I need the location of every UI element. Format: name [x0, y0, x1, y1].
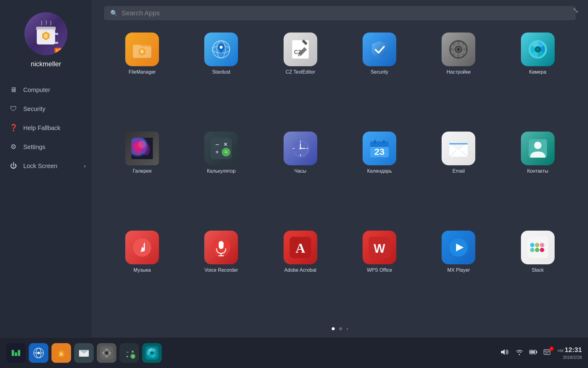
wpsoffice-svg: W [369, 237, 390, 258]
svg-rect-85 [530, 248, 534, 252]
app-icon-stardust [204, 33, 238, 66]
app-icon-voicerecorder [204, 231, 238, 264]
volume-icon[interactable] [500, 348, 510, 358]
search-input[interactable] [122, 9, 570, 17]
shield-icon: 🛡 [9, 105, 18, 113]
app-label-nastroyki: Настройки [447, 69, 470, 75]
wifi-icon[interactable] [515, 348, 524, 358]
app-icon-email [442, 132, 475, 165]
computer-icon: 🖥 [9, 86, 18, 94]
app-icon-acrobat: A [284, 231, 317, 264]
search-icon: 🔍 [110, 10, 118, 17]
taskbar-icon-camera[interactable] [142, 343, 162, 363]
taskbar-icon-parrot[interactable] [6, 343, 26, 363]
app-label-clock: Часы [294, 168, 306, 174]
app-icon-security [363, 33, 396, 66]
time-block: AM 12:31 2016/2/28 [557, 346, 582, 360]
app-item-contacts[interactable]: Контакты [500, 128, 576, 221]
wifi-svg [515, 348, 524, 356]
date-display: 2016/2/28 [557, 355, 582, 360]
notification-icon[interactable]: ! [543, 348, 552, 358]
sidebar-nav: 🖥 Computer 🛡 Security ❓ Help Fallback ⚙ … [0, 80, 92, 175]
taskbar-icon-browser[interactable] [29, 343, 48, 363]
svg-rect-112 [106, 348, 107, 351]
app-item-security[interactable]: Security [341, 29, 417, 122]
app-item-camera[interactable]: Камера [500, 29, 576, 122]
svg-text:23: 23 [374, 147, 384, 157]
svg-point-39 [138, 141, 146, 148]
svg-text:✕: ✕ [131, 350, 134, 354]
pagination-next-icon[interactable]: › [346, 325, 348, 332]
sidebar-label-settings: Settings [23, 144, 45, 151]
svg-rect-129 [536, 351, 537, 353]
taskbar-icon-email[interactable] [74, 343, 94, 363]
svg-rect-87 [540, 248, 544, 252]
app-item-calendar[interactable]: 23 Календарь [341, 128, 417, 221]
app-item-mxplayer[interactable]: MX Player [420, 228, 496, 320]
sidebar-item-help[interactable]: ❓ Help Fallback [0, 118, 92, 137]
svg-text:CZ: CZ [294, 49, 301, 55]
app-grid: B FileManager [104, 29, 576, 320]
email-tb-icon [77, 346, 91, 360]
notification-badge: ! [549, 347, 554, 351]
app-item-nastroyki[interactable]: Настройки [420, 29, 496, 122]
svg-text:B: B [141, 49, 144, 54]
sidebar-item-lockscreen[interactable]: ⏻ Lock Screen › [0, 156, 92, 175]
mxplayer-svg [448, 237, 469, 258]
sidebar-item-computer[interactable]: 🖥 Computer [0, 80, 92, 99]
svg-rect-89 [535, 243, 539, 247]
app-item-acrobat[interactable]: A Adobe Acrobat [262, 228, 338, 320]
email-svg [448, 138, 469, 159]
svg-text:✕: ✕ [223, 141, 228, 148]
app-item-slack[interactable]: Slack [500, 228, 576, 320]
app-item-filemanager[interactable]: B FileManager [104, 29, 180, 122]
taskbar-apps: B [6, 343, 500, 363]
sidebar-item-settings[interactable]: ⚙ Settings [0, 137, 92, 156]
app-item-wpsoffice[interactable]: W WPS Office [341, 228, 417, 320]
collapse-icon[interactable]: ⤡ [573, 6, 579, 15]
taskbar-icon-calculator[interactable]: − ✕ + = [119, 343, 139, 363]
svg-point-127 [519, 354, 520, 355]
app-label-email: Email [452, 168, 465, 174]
lite-badge: LITE [55, 48, 65, 53]
svg-rect-72 [219, 241, 224, 249]
sidebar-label-help: Help Fallback [23, 125, 60, 132]
app-item-clock[interactable]: Часы [262, 128, 338, 221]
pagination-dot-1[interactable] [332, 327, 335, 330]
svg-point-11 [220, 46, 223, 49]
power-icon: ⏻ [9, 162, 18, 170]
filemanager-svg: B [131, 39, 153, 60]
sidebar-label-computer: Computer [23, 86, 50, 94]
calculator-tb-icon: − ✕ + = [123, 346, 136, 360]
svg-point-54 [300, 148, 301, 149]
settings-tb-icon [100, 346, 113, 360]
svg-point-111 [106, 352, 107, 354]
avatar[interactable]: B LITE [24, 12, 67, 55]
svg-text:=: = [132, 354, 134, 358]
taskbar-icon-settings[interactable] [97, 343, 116, 363]
gallery-svg [131, 138, 153, 159]
parrot-icon [9, 346, 23, 360]
gear-icon: ⚙ [9, 143, 18, 151]
pagination-dot-2[interactable] [339, 327, 342, 330]
app-item-voicerecorder[interactable]: Voice Recorder [183, 228, 259, 320]
app-item-stardust[interactable]: Stardust [183, 29, 259, 122]
app-label-gallery: Галерея [133, 168, 151, 174]
taskbar-icon-filemanager[interactable]: B [51, 343, 71, 363]
svg-text:−: − [215, 141, 219, 148]
battery-icon[interactable] [529, 348, 538, 358]
app-label-acrobat: Adobe Acrobat [284, 267, 316, 273]
sidebar-item-security[interactable]: 🛡 Security [0, 99, 92, 118]
app-item-gallery[interactable]: Галерея [104, 128, 180, 221]
app-item-cztexteditor[interactable]: CZ CZ TextEditor [262, 29, 338, 122]
svg-rect-92 [12, 350, 14, 356]
svg-rect-21 [458, 41, 459, 45]
app-item-email[interactable]: Email [420, 128, 496, 221]
time-display: 12:31 [565, 346, 582, 355]
sidebar: B LITE nickmeller 🖥 Computer [0, 0, 92, 337]
app-label-slack: Slack [532, 267, 544, 273]
app-icon-cztexteditor: CZ [284, 33, 317, 66]
svg-rect-82 [530, 243, 534, 247]
app-item-calculator[interactable]: − ✕ + = Калькулятор [183, 128, 259, 221]
app-item-music[interactable]: ♪ Музыка [104, 228, 180, 320]
